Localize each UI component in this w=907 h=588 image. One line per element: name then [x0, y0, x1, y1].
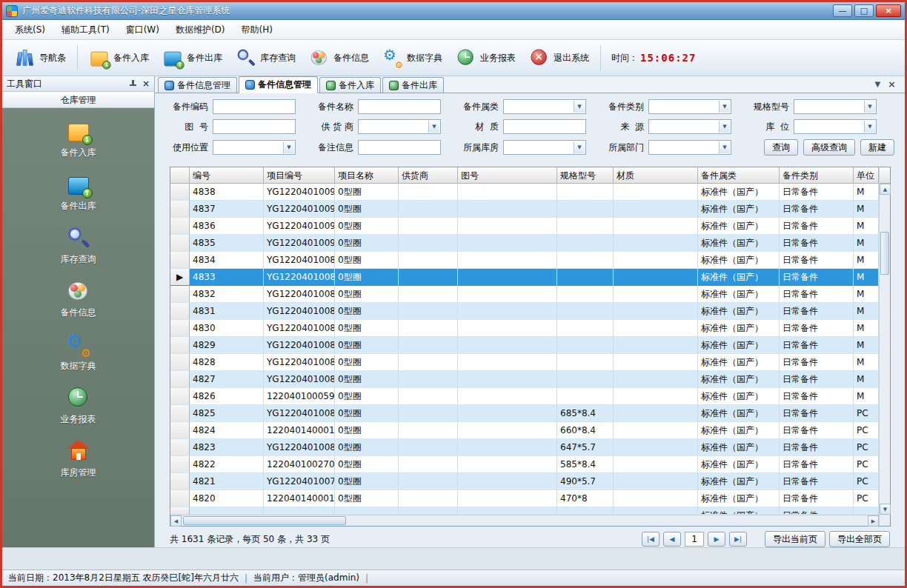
column-header[interactable]: 编号	[190, 167, 264, 184]
remark-input[interactable]	[358, 140, 441, 155]
table-row[interactable]: 4821YG122040100790型圈490*5.7标准件（国产）日常备件PC	[170, 473, 879, 490]
toolbar-exit-system-button[interactable]: 退出系统	[522, 44, 596, 71]
table-cell: 标准件（国产）	[698, 184, 780, 201]
advanced-query-button[interactable]: 高级查询	[803, 139, 855, 156]
scroll-down-button[interactable]: ▼	[880, 504, 891, 515]
last-page-button[interactable]: ▶|	[729, 532, 747, 547]
tab-parts-inbound[interactable]: 备件入库	[319, 77, 381, 93]
spec-model-select[interactable]: ▼	[794, 99, 877, 114]
table-row[interactable]: 4837YG122040100920型圈标准件（国产）日常备件M	[170, 201, 879, 218]
usage-position-select[interactable]: ▼	[213, 140, 296, 155]
toolbar-business-report-button[interactable]: 业务报表	[449, 44, 522, 71]
page-input[interactable]	[685, 532, 704, 547]
table-row[interactable]: 4838YG122040100930型圈标准件（国产）日常备件M	[170, 184, 879, 201]
column-header[interactable]: 单位	[854, 167, 879, 184]
figure-no-input[interactable]	[213, 119, 296, 134]
first-page-button[interactable]: |◀	[642, 532, 660, 547]
sidebar-item-inventory-query[interactable]: 库存查询	[61, 225, 96, 266]
sidebar-item-parts-outbound[interactable]: 备件出库	[61, 172, 96, 213]
column-header[interactable]: 供货商	[399, 167, 458, 184]
prev-page-button[interactable]: ◀	[663, 532, 681, 547]
column-header[interactable]: 项目编号	[264, 167, 335, 184]
v-scroll-thumb[interactable]	[880, 232, 889, 275]
table-row[interactable]: 4829YG122040100840型圈标准件（国产）日常备件M	[170, 337, 879, 354]
menu-data-maintenance[interactable]: 数据维护(D)	[167, 21, 233, 39]
maximize-button[interactable]: □	[854, 4, 874, 17]
v-scroll-track[interactable]	[880, 195, 890, 504]
horizontal-scrollbar[interactable]: ◀ ▶	[170, 515, 879, 526]
table-cell: PC	[854, 439, 879, 456]
supplier-select[interactable]: ▼	[358, 119, 441, 134]
part-name-input[interactable]	[358, 99, 441, 114]
part-category-select[interactable]: ▼	[503, 99, 586, 114]
scroll-up-button[interactable]: ▲	[880, 184, 891, 195]
toolbar-parts-info-button[interactable]: 备件信息	[302, 44, 376, 71]
column-header[interactable]: 备件属类	[698, 167, 780, 184]
table-row[interactable]: 4832YG122040100870型圈标准件（国产）日常备件M	[170, 286, 879, 303]
scroll-left-button[interactable]: ◀	[170, 515, 182, 527]
h-scroll-thumb[interactable]	[183, 516, 346, 525]
pin-icon[interactable]	[129, 80, 137, 88]
table-cell: 标准件（国产）	[698, 201, 780, 218]
column-header[interactable]: 材质	[614, 167, 698, 184]
table-row[interactable]: 4827YG122040100820型圈标准件（国产）日常备件M	[170, 371, 879, 388]
toolbar-data-dictionary-button[interactable]: 数据字典	[376, 44, 449, 71]
table-row[interactable]: 4835YG122040100900型圈标准件（国产）日常备件M	[170, 235, 879, 252]
column-header[interactable]: 规格型号	[557, 167, 614, 184]
table-row[interactable]: 4830YG122040100850型圈标准件（国产）日常备件M	[170, 320, 879, 337]
warehouse-select[interactable]: ▼	[503, 140, 586, 155]
department-select[interactable]: ▼	[648, 140, 731, 155]
sidebar-item-parts-info[interactable]: 备件信息	[61, 278, 96, 319]
menu-window[interactable]: 窗口(W)	[118, 21, 167, 39]
tab-icon	[165, 81, 174, 90]
table-row[interactable]: 4831YG122040100860型圈标准件（国产）日常备件M	[170, 303, 879, 320]
tab-parts-outbound[interactable]: 备件出库	[382, 77, 444, 93]
menu-help[interactable]: 帮助(H)	[233, 21, 281, 39]
sidebar-item-business-report[interactable]: 业务报表	[61, 385, 96, 426]
export-current-page-button[interactable]: 导出当前页	[765, 531, 825, 547]
export-all-pages-button[interactable]: 导出全部页	[829, 531, 890, 547]
h-scroll-track[interactable]	[182, 515, 868, 526]
tab-parts-info-management-2[interactable]: 备件信息管理	[239, 76, 318, 93]
table-row[interactable]: 482612204010005990型圈标准件（国产）日常备件M	[170, 388, 879, 405]
minimize-button[interactable]: —	[833, 4, 852, 17]
tab-parts-info-management-1[interactable]: 备件信息管理	[158, 77, 237, 93]
table-row[interactable]: 4825YG122040100810型圈685*8.4标准件（国产）日常备件PC	[170, 405, 879, 422]
query-button[interactable]: 查询	[764, 139, 798, 156]
toolbar-navbar-button[interactable]: 导航条	[8, 44, 73, 71]
table-cell: 标准件（国产）	[698, 388, 780, 405]
table-row[interactable]: 482412204014000120型圈660*8.4标准件（国产）日常备件PC	[170, 422, 879, 439]
sidebar-item-parts-inbound[interactable]: 备件入库	[61, 118, 96, 159]
part-code-input[interactable]	[213, 99, 296, 114]
toolbar-parts-outbound-button[interactable]: 备件出库	[156, 44, 229, 71]
table-row[interactable]: 4834YG122040100890型圈标准件（国产）日常备件M	[170, 252, 879, 269]
sidebar-item-warehouse-management[interactable]: 库房管理	[61, 438, 96, 479]
table-row[interactable]: 4828YG122040100830型圈标准件（国产）日常备件M	[170, 354, 879, 371]
table-row[interactable]: ▶4833YG122040100880型圈标准件（国产）日常备件M	[170, 269, 879, 286]
tab-close-button[interactable]: ×	[888, 78, 896, 90]
scroll-right-button[interactable]: ▶	[868, 515, 879, 527]
menu-aux-tools[interactable]: 辅助工具(T)	[53, 21, 118, 39]
vertical-scrollbar[interactable]: ▲ ▼	[879, 167, 890, 526]
table-row-partial[interactable]: 标准件（国产）日常备件	[170, 507, 879, 515]
sidebar-item-data-dictionary[interactable]: 数据字典	[61, 332, 96, 372]
menu-system[interactable]: 系统(S)	[7, 21, 53, 39]
material-input[interactable]	[503, 119, 586, 134]
table-row[interactable]: 4823YG122040100800型圈647*5.7标准件（国产）日常备件PC	[170, 439, 879, 456]
toolbar-parts-inbound-button[interactable]: 备件入库	[82, 44, 156, 71]
table-row[interactable]: 482212204010027000型圈585*8.4标准件（国产）日常备件PC	[170, 456, 879, 473]
part-type-select[interactable]: ▼	[648, 99, 731, 114]
table-row[interactable]: 482012204014000130型圈470*8标准件（国产）日常备件PC	[170, 490, 879, 507]
new-button[interactable]: 新建	[860, 139, 894, 156]
tab-list-dropdown-button[interactable]: ▼	[874, 80, 880, 88]
table-row[interactable]: 4836YG122040100910型圈标准件（国产）日常备件M	[170, 218, 879, 235]
close-button[interactable]: ×	[876, 4, 901, 17]
panel-close-button[interactable]: ×	[142, 78, 150, 89]
location-select[interactable]: ▼	[794, 119, 877, 134]
column-header[interactable]: 图号	[458, 167, 557, 184]
column-header[interactable]: 备件类别	[780, 167, 854, 184]
toolbar-inventory-query-button[interactable]: 库存查询	[229, 44, 302, 71]
next-page-button[interactable]: ▶	[708, 532, 725, 547]
source-select[interactable]: ▼	[648, 119, 731, 134]
column-header[interactable]: 项目名称	[335, 167, 399, 184]
